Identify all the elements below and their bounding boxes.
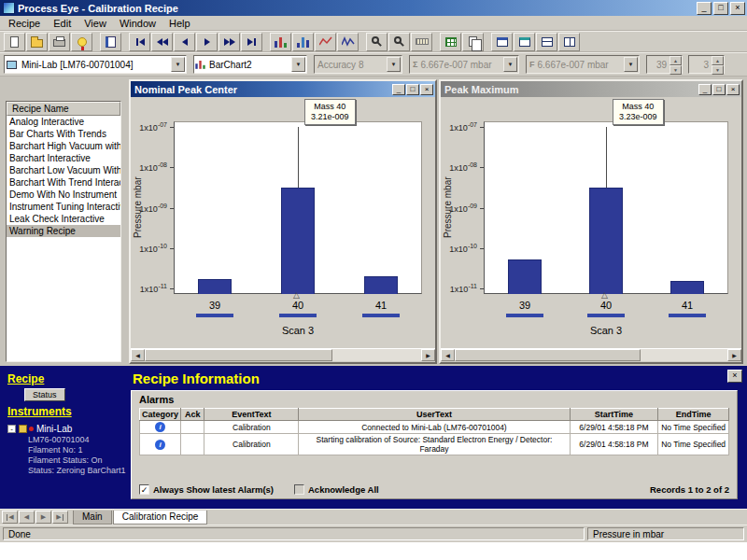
print-button[interactable] <box>49 33 70 51</box>
child-title-bar[interactable]: Nominal Peak Center _ □ × <box>131 81 435 97</box>
menu-edit[interactable]: Edit <box>47 17 78 30</box>
recipe-link[interactable]: Recipe <box>7 372 44 385</box>
scan-back-button[interactable] <box>174 33 195 51</box>
scan-first-button[interactable] <box>129 33 150 51</box>
alarm-row[interactable]: iCalibrationConnected to Mini-Lab (LM76-… <box>140 421 729 434</box>
new-recipe-button[interactable] <box>4 33 25 51</box>
export-data-button[interactable] <box>440 33 461 51</box>
total-pressure-readout: Σ 6.667e-007 mbar ▼ <box>409 55 519 74</box>
peakjump-view-button[interactable] <box>292 33 314 51</box>
tab-next-icon: ▶ <box>41 513 46 521</box>
tab-calibration-recipe[interactable]: Calibration Recipe <box>113 511 208 525</box>
always-show-checkbox[interactable]: ✓ <box>139 484 149 495</box>
y-tick-mark <box>480 127 484 128</box>
tab-first-button[interactable]: ◀ <box>2 511 18 524</box>
analog-view-button[interactable] <box>337 33 359 51</box>
instruments-link[interactable]: Instruments <box>7 405 72 418</box>
cascade-windows-button[interactable] <box>514 33 535 51</box>
y-tick-mark <box>170 127 174 128</box>
chart-hscrollbar[interactable]: ◀ ▶ <box>131 348 435 361</box>
zoom-in-button[interactable] <box>366 33 388 51</box>
minimize-button[interactable]: _ <box>697 2 712 15</box>
barchart-view-button[interactable] <box>270 33 291 51</box>
child-title-bar[interactable]: Peak Maximum _ □ × <box>441 81 741 97</box>
event-log-button[interactable] <box>100 33 121 51</box>
child-minimize-button[interactable]: _ <box>698 84 712 95</box>
recipe-list-item[interactable]: Barchart With Trend Interact... <box>7 176 120 189</box>
cascade-icon <box>519 37 530 47</box>
recipe-list-item[interactable]: Warning Recipe <box>7 225 120 237</box>
status-button[interactable]: Status <box>24 388 65 401</box>
zoom-out-button[interactable] <box>388 33 410 51</box>
dropdown-arrow-icon[interactable]: ▼ <box>171 57 185 72</box>
tree-collapse-icon[interactable]: - <box>7 425 16 433</box>
y-tick-label: 1x10-08 <box>131 161 167 173</box>
instrument-detail: Filament No: 1 <box>7 444 129 455</box>
tab-last-button[interactable]: ▶ <box>52 511 68 524</box>
x-channel-underline <box>669 314 706 317</box>
y-tick-mark <box>480 208 484 209</box>
scroll-right-icon[interactable]: ▶ <box>421 349 435 361</box>
child-restore-button[interactable]: □ <box>406 84 419 95</box>
recipe-list-item[interactable]: Demo With No Instrument <box>7 189 120 201</box>
dropdown-arrow-icon[interactable]: ▼ <box>291 57 305 72</box>
child-minimize-button[interactable]: _ <box>392 84 405 95</box>
scale-button[interactable] <box>411 33 432 51</box>
scan-rewind-button[interactable] <box>151 33 173 51</box>
menu-help[interactable]: Help <box>162 17 197 30</box>
recipe-list-item[interactable]: Barchart Interactive <box>7 152 120 164</box>
recipe-list-item[interactable]: Leak Check Interactive <box>7 213 120 225</box>
title-bar[interactable]: Process Eye - Calibration Recipe _ □ × <box>0 0 747 16</box>
open-recipe-button[interactable] <box>26 33 48 51</box>
tab-main[interactable]: Main <box>73 511 112 525</box>
child-restore-button[interactable]: □ <box>712 84 726 95</box>
acknowledge-all-checkbox[interactable] <box>294 484 304 495</box>
security-button[interactable] <box>71 33 92 51</box>
restore-button[interactable]: □ <box>713 2 728 15</box>
recipe-list: Analog InteractiveBar Charts With Trends… <box>7 116 120 237</box>
tile-horizontal-button[interactable] <box>536 33 557 51</box>
menu-recipe[interactable]: Recipe <box>2 17 47 30</box>
scroll-right-icon[interactable]: ▶ <box>727 349 741 361</box>
tab-next-button[interactable]: ▶ <box>35 511 51 524</box>
chart-bar <box>670 281 704 294</box>
recipe-list-header[interactable]: Recipe Name <box>7 102 120 116</box>
scroll-left-icon[interactable]: ◀ <box>441 349 455 361</box>
alarm-row[interactable]: iCalibrationStarting calibration of Sour… <box>140 434 729 455</box>
chart-view-combo[interactable]: BarChart2 ▼ <box>193 55 307 74</box>
tile-vertical-button[interactable] <box>558 33 580 51</box>
scroll-thumb[interactable] <box>455 349 641 361</box>
new-window-button[interactable] <box>491 33 513 51</box>
instrument-combo[interactable]: Mini-Lab [LM76-00701004] ▼ <box>4 55 187 74</box>
menu-window[interactable]: Window <box>113 17 162 30</box>
recipe-list-item[interactable]: Barchart High Vacuum with ... <box>7 140 120 152</box>
instrument-tree-node[interactable]: - Mini-Lab <box>7 424 129 434</box>
chart-hscrollbar[interactable]: ◀ ▶ <box>441 348 741 361</box>
scan-forward-button[interactable] <box>196 33 218 51</box>
recipe-list-item[interactable]: Analog Interactive <box>7 116 120 128</box>
trend-view-button[interactable] <box>315 33 336 51</box>
alarm-column-header: EndTime <box>658 409 729 421</box>
menu-view[interactable]: View <box>78 17 113 30</box>
child-close-button[interactable]: × <box>420 84 433 95</box>
recipe-list-item[interactable]: Instrument Tuning Interactive <box>7 201 120 213</box>
panel-close-button[interactable]: × <box>727 370 742 383</box>
child-close-button[interactable]: × <box>726 84 740 95</box>
instrument-detail: Filament Status: On <box>7 455 129 465</box>
recipe-list-item[interactable]: Bar Charts With Trends <box>7 128 120 140</box>
scroll-left-icon[interactable]: ◀ <box>131 349 145 361</box>
recipe-list-item[interactable]: Barchart Low Vacuum With ... <box>7 164 120 176</box>
y-tick-mark <box>480 167 484 168</box>
status-message: Done <box>3 527 585 540</box>
copy-button[interactable] <box>462 33 484 51</box>
tab-prev-button[interactable]: ◀ <box>19 511 35 524</box>
x-channel-underline <box>506 314 543 317</box>
info-icon: i <box>155 422 165 432</box>
recipe-info-panel: Recipe Status Instruments - Mini-Lab LM7… <box>0 366 747 509</box>
alarm-event-cell: Calibration <box>204 434 299 455</box>
x-tick-label: 40 <box>587 300 625 311</box>
close-button[interactable]: × <box>730 2 745 15</box>
scroll-thumb[interactable] <box>145 349 332 361</box>
scan-last-button[interactable] <box>241 33 262 51</box>
scan-ffwd-button[interactable] <box>218 33 240 51</box>
